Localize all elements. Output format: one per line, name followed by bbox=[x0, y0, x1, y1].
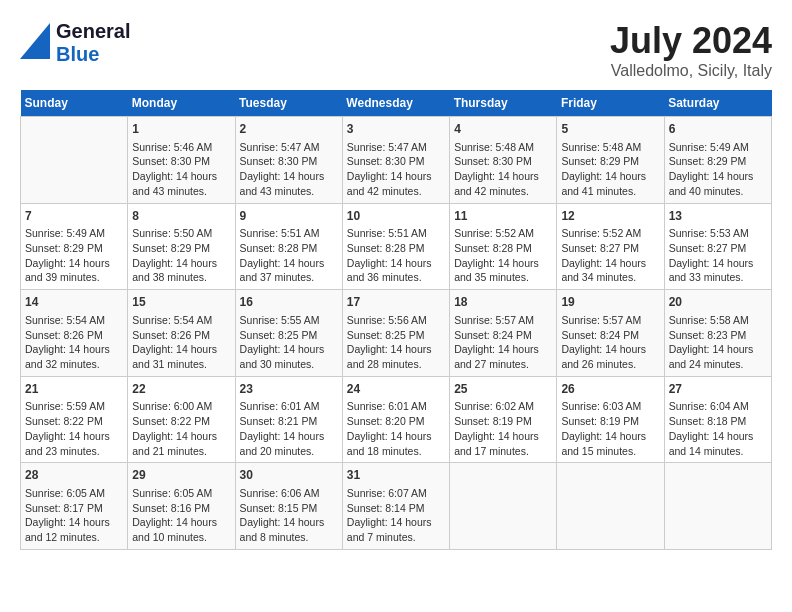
calendar-cell: 25Sunrise: 6:02 AM Sunset: 8:19 PM Dayli… bbox=[450, 376, 557, 463]
cell-content: Sunrise: 5:57 AM Sunset: 8:24 PM Dayligh… bbox=[454, 313, 552, 372]
day-number: 11 bbox=[454, 208, 552, 225]
day-number: 31 bbox=[347, 467, 445, 484]
day-number: 4 bbox=[454, 121, 552, 138]
title-block: July 2024 Valledolmo, Sicily, Italy bbox=[610, 20, 772, 80]
cell-content: Sunrise: 6:00 AM Sunset: 8:22 PM Dayligh… bbox=[132, 399, 230, 458]
logo-text-blue: Blue bbox=[56, 43, 130, 66]
logo-text-general: General bbox=[56, 20, 130, 43]
calendar-cell: 24Sunrise: 6:01 AM Sunset: 8:20 PM Dayli… bbox=[342, 376, 449, 463]
day-number: 18 bbox=[454, 294, 552, 311]
day-number: 10 bbox=[347, 208, 445, 225]
day-number: 3 bbox=[347, 121, 445, 138]
calendar-cell bbox=[664, 463, 771, 550]
header-sunday: Sunday bbox=[21, 90, 128, 117]
calendar-cell: 28Sunrise: 6:05 AM Sunset: 8:17 PM Dayli… bbox=[21, 463, 128, 550]
calendar-cell: 15Sunrise: 5:54 AM Sunset: 8:26 PM Dayli… bbox=[128, 290, 235, 377]
calendar-cell bbox=[557, 463, 664, 550]
cell-content: Sunrise: 5:47 AM Sunset: 8:30 PM Dayligh… bbox=[240, 140, 338, 199]
calendar-header-row: SundayMondayTuesdayWednesdayThursdayFrid… bbox=[21, 90, 772, 117]
day-number: 14 bbox=[25, 294, 123, 311]
calendar-cell: 29Sunrise: 6:05 AM Sunset: 8:16 PM Dayli… bbox=[128, 463, 235, 550]
header-tuesday: Tuesday bbox=[235, 90, 342, 117]
cell-content: Sunrise: 5:58 AM Sunset: 8:23 PM Dayligh… bbox=[669, 313, 767, 372]
day-number: 12 bbox=[561, 208, 659, 225]
calendar-cell: 5Sunrise: 5:48 AM Sunset: 8:29 PM Daylig… bbox=[557, 117, 664, 204]
cell-content: Sunrise: 5:46 AM Sunset: 8:30 PM Dayligh… bbox=[132, 140, 230, 199]
calendar-cell: 12Sunrise: 5:52 AM Sunset: 8:27 PM Dayli… bbox=[557, 203, 664, 290]
day-number: 17 bbox=[347, 294, 445, 311]
day-number: 25 bbox=[454, 381, 552, 398]
calendar-cell: 4Sunrise: 5:48 AM Sunset: 8:30 PM Daylig… bbox=[450, 117, 557, 204]
calendar-cell: 6Sunrise: 5:49 AM Sunset: 8:29 PM Daylig… bbox=[664, 117, 771, 204]
week-row-2: 7Sunrise: 5:49 AM Sunset: 8:29 PM Daylig… bbox=[21, 203, 772, 290]
calendar-cell: 7Sunrise: 5:49 AM Sunset: 8:29 PM Daylig… bbox=[21, 203, 128, 290]
day-number: 19 bbox=[561, 294, 659, 311]
cell-content: Sunrise: 5:48 AM Sunset: 8:29 PM Dayligh… bbox=[561, 140, 659, 199]
day-number: 5 bbox=[561, 121, 659, 138]
day-number: 23 bbox=[240, 381, 338, 398]
calendar-cell: 22Sunrise: 6:00 AM Sunset: 8:22 PM Dayli… bbox=[128, 376, 235, 463]
calendar-cell: 8Sunrise: 5:50 AM Sunset: 8:29 PM Daylig… bbox=[128, 203, 235, 290]
day-number: 21 bbox=[25, 381, 123, 398]
week-row-5: 28Sunrise: 6:05 AM Sunset: 8:17 PM Dayli… bbox=[21, 463, 772, 550]
cell-content: Sunrise: 5:57 AM Sunset: 8:24 PM Dayligh… bbox=[561, 313, 659, 372]
cell-content: Sunrise: 6:05 AM Sunset: 8:17 PM Dayligh… bbox=[25, 486, 123, 545]
cell-content: Sunrise: 5:49 AM Sunset: 8:29 PM Dayligh… bbox=[669, 140, 767, 199]
cell-content: Sunrise: 6:06 AM Sunset: 8:15 PM Dayligh… bbox=[240, 486, 338, 545]
cell-content: Sunrise: 5:52 AM Sunset: 8:27 PM Dayligh… bbox=[561, 226, 659, 285]
calendar-cell: 18Sunrise: 5:57 AM Sunset: 8:24 PM Dayli… bbox=[450, 290, 557, 377]
header-saturday: Saturday bbox=[664, 90, 771, 117]
cell-content: Sunrise: 5:48 AM Sunset: 8:30 PM Dayligh… bbox=[454, 140, 552, 199]
header-monday: Monday bbox=[128, 90, 235, 117]
calendar-cell: 23Sunrise: 6:01 AM Sunset: 8:21 PM Dayli… bbox=[235, 376, 342, 463]
cell-content: Sunrise: 5:47 AM Sunset: 8:30 PM Dayligh… bbox=[347, 140, 445, 199]
cell-content: Sunrise: 5:50 AM Sunset: 8:29 PM Dayligh… bbox=[132, 226, 230, 285]
page-header: General Blue July 2024 Valledolmo, Sicil… bbox=[20, 20, 772, 80]
day-number: 20 bbox=[669, 294, 767, 311]
cell-content: Sunrise: 6:03 AM Sunset: 8:19 PM Dayligh… bbox=[561, 399, 659, 458]
day-number: 30 bbox=[240, 467, 338, 484]
calendar-cell: 10Sunrise: 5:51 AM Sunset: 8:28 PM Dayli… bbox=[342, 203, 449, 290]
day-number: 9 bbox=[240, 208, 338, 225]
calendar-table: SundayMondayTuesdayWednesdayThursdayFrid… bbox=[20, 90, 772, 550]
calendar-cell: 16Sunrise: 5:55 AM Sunset: 8:25 PM Dayli… bbox=[235, 290, 342, 377]
cell-content: Sunrise: 6:05 AM Sunset: 8:16 PM Dayligh… bbox=[132, 486, 230, 545]
day-number: 24 bbox=[347, 381, 445, 398]
calendar-cell bbox=[21, 117, 128, 204]
calendar-cell: 20Sunrise: 5:58 AM Sunset: 8:23 PM Dayli… bbox=[664, 290, 771, 377]
day-number: 6 bbox=[669, 121, 767, 138]
day-number: 16 bbox=[240, 294, 338, 311]
cell-content: Sunrise: 6:01 AM Sunset: 8:21 PM Dayligh… bbox=[240, 399, 338, 458]
calendar-cell: 3Sunrise: 5:47 AM Sunset: 8:30 PM Daylig… bbox=[342, 117, 449, 204]
calendar-cell: 11Sunrise: 5:52 AM Sunset: 8:28 PM Dayli… bbox=[450, 203, 557, 290]
cell-content: Sunrise: 5:51 AM Sunset: 8:28 PM Dayligh… bbox=[347, 226, 445, 285]
calendar-cell: 9Sunrise: 5:51 AM Sunset: 8:28 PM Daylig… bbox=[235, 203, 342, 290]
calendar-title: July 2024 bbox=[610, 20, 772, 62]
cell-content: Sunrise: 6:02 AM Sunset: 8:19 PM Dayligh… bbox=[454, 399, 552, 458]
calendar-cell: 31Sunrise: 6:07 AM Sunset: 8:14 PM Dayli… bbox=[342, 463, 449, 550]
day-number: 1 bbox=[132, 121, 230, 138]
logo: General Blue bbox=[20, 20, 130, 66]
logo-triangle-icon bbox=[20, 23, 50, 59]
calendar-cell: 26Sunrise: 6:03 AM Sunset: 8:19 PM Dayli… bbox=[557, 376, 664, 463]
day-number: 29 bbox=[132, 467, 230, 484]
calendar-cell: 14Sunrise: 5:54 AM Sunset: 8:26 PM Dayli… bbox=[21, 290, 128, 377]
cell-content: Sunrise: 5:49 AM Sunset: 8:29 PM Dayligh… bbox=[25, 226, 123, 285]
day-number: 22 bbox=[132, 381, 230, 398]
calendar-cell: 2Sunrise: 5:47 AM Sunset: 8:30 PM Daylig… bbox=[235, 117, 342, 204]
day-number: 26 bbox=[561, 381, 659, 398]
calendar-cell: 17Sunrise: 5:56 AM Sunset: 8:25 PM Dayli… bbox=[342, 290, 449, 377]
cell-content: Sunrise: 5:51 AM Sunset: 8:28 PM Dayligh… bbox=[240, 226, 338, 285]
day-number: 7 bbox=[25, 208, 123, 225]
day-number: 15 bbox=[132, 294, 230, 311]
week-row-3: 14Sunrise: 5:54 AM Sunset: 8:26 PM Dayli… bbox=[21, 290, 772, 377]
cell-content: Sunrise: 5:59 AM Sunset: 8:22 PM Dayligh… bbox=[25, 399, 123, 458]
cell-content: Sunrise: 5:53 AM Sunset: 8:27 PM Dayligh… bbox=[669, 226, 767, 285]
calendar-cell: 19Sunrise: 5:57 AM Sunset: 8:24 PM Dayli… bbox=[557, 290, 664, 377]
calendar-cell: 1Sunrise: 5:46 AM Sunset: 8:30 PM Daylig… bbox=[128, 117, 235, 204]
cell-content: Sunrise: 5:52 AM Sunset: 8:28 PM Dayligh… bbox=[454, 226, 552, 285]
cell-content: Sunrise: 6:01 AM Sunset: 8:20 PM Dayligh… bbox=[347, 399, 445, 458]
day-number: 28 bbox=[25, 467, 123, 484]
day-number: 27 bbox=[669, 381, 767, 398]
header-wednesday: Wednesday bbox=[342, 90, 449, 117]
